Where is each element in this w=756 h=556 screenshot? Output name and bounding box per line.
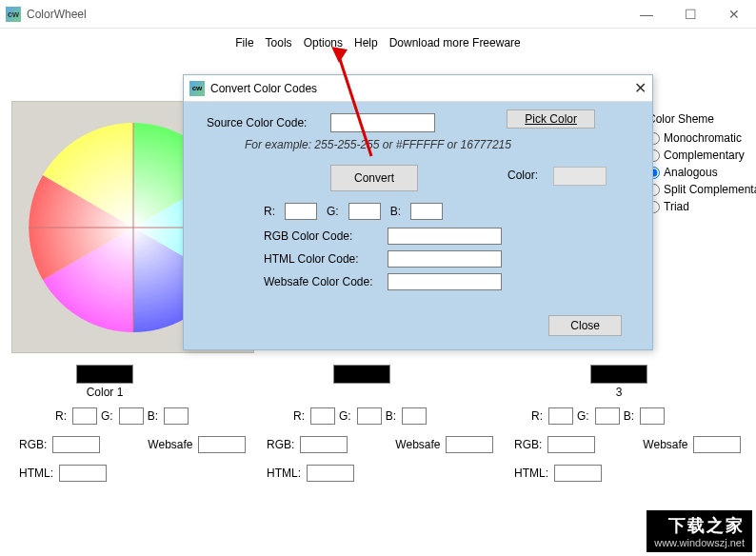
- source-color-label: Source Color Code:: [207, 116, 330, 129]
- swatch-1-label: Color 1: [76, 386, 133, 399]
- pick-color-button[interactable]: Pick Color: [507, 109, 595, 129]
- example-text: For example: 255-255-255 or #FFFFFF or 1…: [245, 138, 629, 151]
- rgb-code-2[interactable]: [300, 436, 348, 453]
- menu-file[interactable]: File: [235, 36, 253, 50]
- r-input-3[interactable]: [548, 407, 573, 425]
- dialog-html-code-input[interactable]: [388, 250, 502, 268]
- b-input-2[interactable]: [402, 407, 427, 425]
- watermark-url: www.windowszj.net: [654, 537, 745, 548]
- menubar: File Tools Options Help Download more Fr…: [0, 29, 756, 55]
- websafe-code-2[interactable]: [446, 436, 493, 453]
- html-code-3[interactable]: [554, 465, 602, 482]
- window-controls: — ☐ ✕: [625, 0, 756, 29]
- menu-help[interactable]: Help: [354, 36, 378, 50]
- dialog-r-input[interactable]: [285, 203, 317, 220]
- scheme-monochromatic[interactable]: Monochromatic: [647, 131, 756, 145]
- html-code-2[interactable]: [307, 465, 354, 482]
- minimize-button[interactable]: —: [625, 0, 668, 29]
- titlebar: cw ColorWheel — ☐ ✕: [0, 0, 756, 29]
- g-input-3[interactable]: [595, 407, 620, 425]
- convert-color-codes-dialog: cw Convert Color Codes ✕ Source Color Co…: [183, 74, 653, 350]
- dialog-g-input[interactable]: [348, 203, 381, 220]
- html-code-label: HTML Color Code:: [264, 252, 388, 266]
- dialog-rgb-code-input[interactable]: [388, 228, 502, 245]
- color-preview-label: Color:: [507, 169, 538, 182]
- scheme-triad[interactable]: Triad: [647, 200, 756, 213]
- swatch-3[interactable]: [590, 365, 647, 384]
- rgb-inputs-1: R: G: B:: [55, 407, 189, 425]
- maximize-button[interactable]: ☐: [668, 0, 712, 29]
- g-input-1[interactable]: [119, 407, 144, 425]
- dialog-icon: cw: [189, 81, 205, 96]
- menu-tools[interactable]: Tools: [266, 36, 292, 50]
- websafe-code-1[interactable]: [198, 436, 246, 453]
- dialog-b-input[interactable]: [410, 203, 443, 220]
- r-input-1[interactable]: [72, 407, 97, 425]
- dialog-title: Convert Color Codes: [210, 82, 317, 95]
- source-color-input[interactable]: [330, 113, 435, 132]
- menu-options[interactable]: Options: [304, 36, 343, 50]
- color-preview-swatch: [553, 167, 607, 186]
- b-input-1[interactable]: [164, 407, 189, 425]
- rgb-code-label: RGB Color Code:: [264, 229, 388, 243]
- swatch-2[interactable]: [333, 365, 390, 384]
- app-icon: cw: [6, 7, 21, 22]
- close-button[interactable]: Close: [548, 315, 622, 336]
- scheme-analogous[interactable]: Analogous: [647, 166, 756, 179]
- rgb-code-3[interactable]: [547, 436, 595, 453]
- convert-button[interactable]: Convert: [330, 165, 418, 191]
- dialog-close-icon[interactable]: ✕: [634, 79, 647, 97]
- dialog-websafe-code-input[interactable]: [388, 273, 502, 290]
- html-code-1[interactable]: [59, 465, 107, 482]
- swatches-row: Color 1 3: [76, 365, 647, 399]
- color-scheme-group: Color Sheme Monochromatic Complementary …: [647, 112, 756, 217]
- b-input-3[interactable]: [640, 407, 665, 425]
- websafe-code-label: Websafe Color Code:: [264, 275, 388, 288]
- r-input-2[interactable]: [310, 407, 335, 425]
- scheme-complementary[interactable]: Complementary: [647, 149, 756, 162]
- watermark: 下载之家 www.windowszj.net: [647, 510, 752, 552]
- dialog-rgb-inputs: R: G: B:: [264, 203, 629, 220]
- rgb-inputs-3: R: G: B:: [531, 407, 665, 425]
- rgb-code-1[interactable]: [52, 436, 100, 453]
- g-input-2[interactable]: [357, 407, 382, 425]
- window-title: ColorWheel: [27, 8, 87, 21]
- close-window-button[interactable]: ✕: [712, 0, 756, 29]
- color-scheme-title: Color Sheme: [647, 112, 756, 126]
- dialog-body: Source Color Code: Pick Color For exampl…: [184, 102, 652, 349]
- rgb-inputs-2: R: G: B:: [293, 407, 427, 425]
- watermark-text: 下载之家: [654, 514, 745, 537]
- swatch-1[interactable]: [76, 365, 133, 384]
- websafe-code-3[interactable]: [693, 436, 741, 453]
- dialog-titlebar: cw Convert Color Codes ✕: [184, 75, 652, 102]
- swatch-3-label: 3: [590, 386, 647, 399]
- scheme-split-complementary[interactable]: Split Complementary: [647, 183, 756, 196]
- menu-download-freeware[interactable]: Download more Freeware: [389, 36, 521, 50]
